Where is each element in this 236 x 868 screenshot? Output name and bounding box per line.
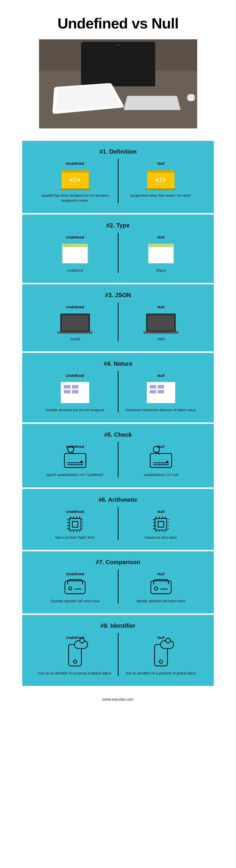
comparison-section: #8. IdentifierUndefinedCan be an identif… [22,615,214,686]
keyboard-graphic [124,96,181,110]
column-label-undefined: Undefined [37,235,113,239]
phone-cloud-icon [68,644,82,666]
laptop-dark-icon [146,313,176,332]
null-description: Represent intentional absence of object … [123,407,199,412]
comparison-section: #4. NatureUndefinedVariable declared but… [22,353,214,422]
null-column: NullRepresent intentional absence of obj… [118,373,204,412]
grid-icon [147,382,175,403]
footer-url: www.educba.com [22,687,214,712]
hdd-search-icon [150,453,172,468]
null-column: Nullassignment value that means "no valu… [118,161,204,203]
comparison-section: #3. JSONUndefinedInvalidNullValid [22,284,214,351]
undefined-description: Variable declared but not yet assigned. [37,407,113,412]
undefined-column: UndefinedEquality operator will return t… [32,572,118,603]
comparison-section: #7. ComparisonUndefinedEquality operator… [22,551,214,613]
null-description: treated as zero value [123,535,199,540]
mouse-graphic [187,94,195,101]
undefined-description: Invalid [37,337,113,341]
null-column: Nulltreated as zero value [118,509,204,540]
section-header: #8. Identifier [32,622,204,629]
chip-icon-icon [155,518,167,530]
null-description: Valid [123,337,199,341]
undefined-description: Undefined [37,268,113,273]
undefined-description: Not-a-number (NaN) error [37,535,113,540]
comparison-section: #6. ArithmeticUndefinedNot-a-number (NaN… [22,489,214,550]
null-description: Identity operator will return false [123,598,199,603]
section-header: #6. Arithmetic [32,496,204,503]
column-label-null: Null [123,161,199,165]
undefined-column: Undefinedvariable has been declared but … [32,161,118,203]
drives-icon [150,581,171,594]
hdd-search-icon [64,453,86,468]
column-label-null: Null [123,373,199,378]
column-label-undefined: Undefined [37,509,113,514]
undefined-column: Undefinedtypeof variableName === "undefi… [32,444,118,477]
undefined-description: Equality operator will return true [37,598,113,603]
undefined-column: UndefinedVariable declared but not yet a… [32,373,118,412]
undefined-description: typeof variableName === "undefined" [37,472,113,477]
hero-image [39,39,197,128]
null-column: NullNot an identifier for a property of … [118,636,204,676]
undefined-column: UndefinedCan be an identifier for proper… [32,636,118,676]
phone-cloud-icon [154,644,168,666]
null-description: Object [123,268,199,273]
null-column: NullIdentity operator will return false [118,572,204,603]
section-header: #5. Check [32,431,204,438]
column-label-undefined: Undefined [37,636,113,640]
chip-icon-icon [69,518,81,530]
comparison-section: #1. DefinitionUndefinedvariable has been… [22,141,214,213]
column-label-null: Null [123,305,199,309]
column-label-null: Null [123,444,199,448]
browser-window-icon [62,244,88,264]
null-description: variableName === null [123,472,199,477]
undefined-column: UndefinedUndefined [32,235,118,273]
laptop-dark-icon [60,313,90,332]
column-label-undefined: Undefined [37,305,113,309]
undefined-column: UndefinedNot-a-number (NaN) error [32,509,118,540]
column-label-null: Null [123,235,199,239]
section-header: #3. JSON [32,292,204,299]
column-label-null: Null [123,509,199,514]
undefined-description: variable has been declared but not yet b… [37,193,113,203]
null-column: NullValid [118,305,204,341]
browser-window-icon [148,244,174,264]
null-description: Not an identifier for a property of glob… [123,671,199,676]
null-column: NullvariableName === null [118,444,204,477]
undefined-column: UndefinedInvalid [32,305,118,341]
column-label-undefined: Undefined [37,373,113,378]
monitor-graphic [81,42,155,86]
drives-icon [65,581,86,594]
column-label-undefined: Undefined [37,161,113,165]
section-header: #2. Type [32,222,204,229]
column-label-undefined: Undefined [37,572,113,576]
undefined-description: Can be an identifier for property of glo… [37,671,113,676]
section-header: #4. Nature [32,360,204,367]
laptop-yellow-icon [147,170,174,189]
column-label-null: Null [123,636,199,640]
laptop-yellow-icon [62,170,89,189]
page-title: Undefined vs Null [22,15,214,32]
grid-icon [61,382,89,403]
comparison-section: #2. TypeUndefinedUndefinedNullObject [22,215,214,283]
comparison-section: #5. CheckUndefinedtypeof variableName ==… [22,424,214,487]
null-description: assignment value that means "no value" [123,193,199,198]
null-column: NullObject [118,235,204,273]
column-label-null: Null [123,572,199,576]
tablet-graphic [52,83,125,114]
column-label-undefined: Undefined [37,444,113,448]
section-header: #1. Definition [32,148,204,155]
section-header: #7. Comparison [32,559,204,566]
